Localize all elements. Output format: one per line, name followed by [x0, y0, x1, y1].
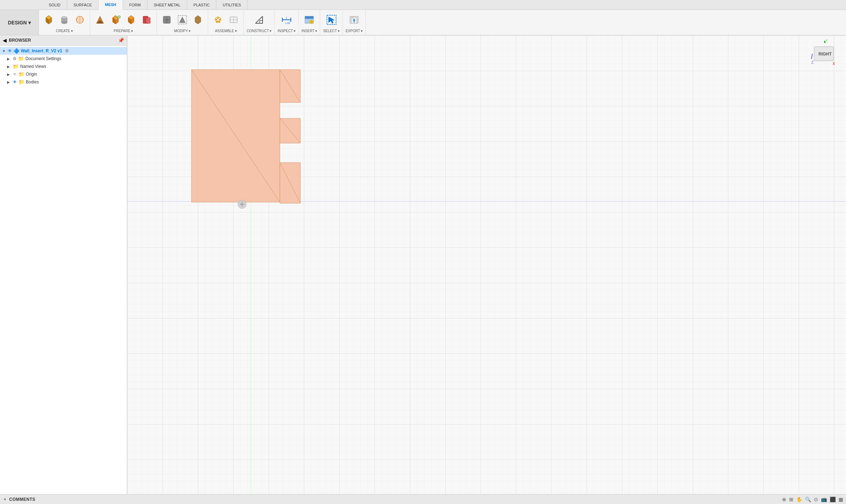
- chevron-right-icon: ▶: [7, 65, 11, 69]
- pan-icon[interactable]: ✋: [796, 497, 802, 502]
- chevron-right-icon: ▶: [7, 72, 11, 76]
- inspect-icon1[interactable]: 1.00: [280, 13, 294, 26]
- prepare-icon1[interactable]: [93, 13, 107, 26]
- prepare-icon3[interactable]: [124, 13, 138, 26]
- export-label[interactable]: EXPORT ▾: [346, 29, 363, 34]
- comments-expand-icon[interactable]: ＋: [3, 496, 7, 502]
- insert-label[interactable]: INSERT ▾: [301, 29, 317, 34]
- chevron-right-icon: ▶: [7, 80, 11, 84]
- doc-settings-label: Document Settings: [25, 56, 61, 61]
- group-prepare: PREPARE ▾: [90, 10, 157, 35]
- construct-label[interactable]: CONSTRUCT ▾: [247, 29, 271, 34]
- zoom-in-icon[interactable]: 🔍: [805, 497, 811, 502]
- assemble-icon1[interactable]: [211, 13, 225, 26]
- prepare-icons: [93, 11, 154, 28]
- modify-icon2[interactable]: [175, 13, 189, 26]
- svg-marker-52: [329, 17, 334, 23]
- sidebar: ◀ BROWSER 📌 ▼ 👁 🔷 Wall_Insert_R_V2 v1 ⚙ …: [0, 35, 127, 494]
- group-modify: MODIFY ▾: [157, 10, 208, 35]
- insert-icon1[interactable]: [302, 13, 316, 26]
- shading-icon[interactable]: ⬛: [830, 497, 836, 502]
- component-icon: 🔷: [13, 48, 19, 54]
- toolbar: SOLID SURFACE MESH FORM SHEET METAL PLAS…: [0, 0, 846, 35]
- modify-icon3[interactable]: [191, 13, 205, 26]
- statusbar-tools: ⊕ ⊞ ✋ 🔍 ⊙ 📺 ⬛ ▦: [782, 497, 843, 502]
- design-button[interactable]: DESIGN ▾: [0, 10, 39, 35]
- create-cylinder-icon[interactable]: [57, 13, 71, 26]
- eye-icon[interactable]: 👁: [8, 48, 12, 53]
- modify-icon1[interactable]: [160, 13, 174, 26]
- select-icon1[interactable]: [324, 13, 339, 26]
- create-mesh-icon[interactable]: [73, 13, 87, 26]
- construct-icon1[interactable]: [252, 13, 266, 26]
- svg-point-5: [61, 17, 67, 19]
- tab-mesh[interactable]: MESH: [99, 0, 123, 10]
- svg-point-6: [61, 22, 67, 24]
- bodies-label: Bodies: [26, 80, 39, 84]
- group-select: SELECT ▾: [320, 10, 343, 35]
- prepare-icon4[interactable]: [140, 13, 154, 26]
- tab-utilities[interactable]: UTILITIES: [216, 0, 247, 10]
- browser-tree: ▼ 👁 🔷 Wall_Insert_R_V2 v1 ⚙ ▶ ⚙ 📁 Docume…: [0, 46, 127, 494]
- prepare-label[interactable]: PREPARE ▾: [114, 29, 133, 34]
- main-area: ◀ BROWSER 📌 ▼ 👁 🔷 Wall_Insert_R_V2 v1 ⚙ …: [0, 35, 846, 494]
- svg-rect-24: [146, 18, 150, 23]
- statusbar: ＋ COMMENTS ⊕ ⊞ ✋ 🔍 ⊙ 📺 ⬛ ▦: [0, 494, 846, 504]
- sidebar-pin-icon[interactable]: 📌: [118, 37, 124, 43]
- viewport[interactable]: RIGHT Y Z X: [127, 35, 846, 494]
- named-views-label: Named Views: [20, 64, 46, 69]
- gear-icon: ⚙: [13, 56, 17, 61]
- layout-icon[interactable]: ▦: [839, 497, 843, 502]
- assemble-icons: [211, 11, 241, 28]
- chevron-right-icon: ▶: [7, 57, 11, 61]
- modify-label[interactable]: MODIFY ▾: [174, 29, 190, 34]
- comments-label: COMMENTS: [9, 497, 35, 502]
- create-label[interactable]: CREATE ▾: [56, 29, 73, 34]
- group-assemble: ASSEMBLE ▾: [208, 10, 244, 35]
- select-label[interactable]: SELECT ▾: [323, 29, 340, 34]
- tab-sheet-metal[interactable]: SHEET METAL: [147, 0, 187, 10]
- svg-text:Y: Y: [826, 40, 828, 42]
- svg-rect-40: [260, 20, 263, 23]
- origin-label: Origin: [26, 72, 37, 77]
- svg-text:Z: Z: [811, 60, 813, 64]
- select-icons: [324, 11, 339, 28]
- browser-item-root[interactable]: ▼ 👁 🔷 Wall_Insert_R_V2 v1 ⚙: [0, 47, 127, 55]
- tab-plastic[interactable]: PLASTIC: [187, 0, 217, 10]
- svg-point-33: [217, 19, 219, 21]
- group-construct: CONSTRUCT ▾: [244, 10, 275, 35]
- settings-gear-icon[interactable]: ⚙: [65, 48, 69, 53]
- group-create: CREATE ▾: [39, 10, 90, 35]
- browser-item-origin[interactable]: ▶ 👁 📁 Origin: [0, 70, 127, 78]
- export-icon1[interactable]: [347, 13, 361, 26]
- toolbar-content: DESIGN ▾: [0, 10, 846, 35]
- sidebar-header: ◀ BROWSER 📌: [0, 35, 127, 46]
- folder-icon: 📁: [13, 64, 19, 69]
- display-icon[interactable]: 📺: [821, 497, 827, 502]
- browser-item-doc-settings[interactable]: ▶ ⚙ 📁 Document Settings: [0, 55, 127, 63]
- browser-item-named-views[interactable]: ▶ 📁 Named Views: [0, 63, 127, 70]
- eye-icon[interactable]: 👁: [13, 80, 17, 84]
- svg-text:RIGHT: RIGHT: [818, 52, 832, 57]
- prepare-icon2[interactable]: [108, 13, 123, 26]
- assemble-icon2[interactable]: [227, 13, 241, 26]
- group-insert: INSERT ▾: [299, 10, 320, 35]
- grid-icon[interactable]: ⊞: [789, 497, 793, 502]
- eye-hidden-icon[interactable]: 👁: [13, 72, 17, 77]
- fit-icon[interactable]: ⊕: [782, 497, 786, 502]
- insert-icons: [302, 11, 316, 28]
- view-cube[interactable]: RIGHT Y Z X: [811, 40, 839, 68]
- tab-form[interactable]: FORM: [123, 0, 147, 10]
- svg-rect-47: [305, 16, 313, 19]
- sidebar-collapse-icon[interactable]: ◀: [3, 37, 7, 43]
- create-icons: [42, 11, 87, 28]
- browser-item-bodies[interactable]: ▶ 👁 📁 Bodies: [0, 78, 127, 86]
- zoom-fit-icon[interactable]: ⊙: [814, 497, 818, 502]
- inspect-label[interactable]: INSPECT ▾: [277, 29, 295, 34]
- tab-solid[interactable]: SOLID: [42, 0, 67, 10]
- tab-surface[interactable]: SURFACE: [67, 0, 99, 10]
- assemble-label[interactable]: ASSEMBLE ▾: [215, 29, 237, 34]
- create-box-icon[interactable]: [42, 13, 56, 26]
- svg-line-37: [255, 16, 263, 23]
- construct-icons: [252, 11, 266, 28]
